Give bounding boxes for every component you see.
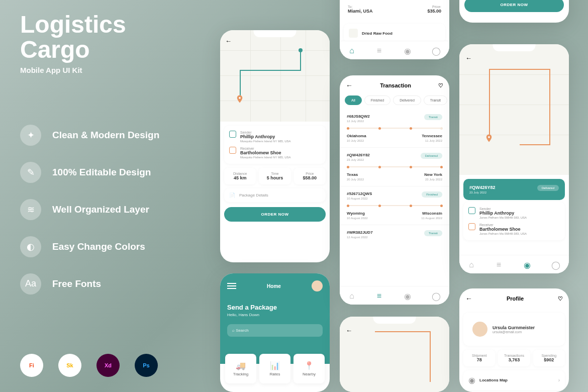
send-package-heading: Send a Package [227, 304, 323, 311]
search-input[interactable]: ⌕ Search [227, 324, 323, 337]
tx-item[interactable]: #68JS8QW212 July 2022Transit Oklahoma10 … [340, 109, 449, 148]
bell-icon[interactable]: ♡ [558, 296, 563, 302]
feature-item: ◐Easy Change Colors [20, 236, 201, 257]
tx-item[interactable]: #QW426Y8223 July 2022Delivered Texas20 J… [340, 148, 449, 186]
back-icon[interactable]: ← [465, 295, 472, 303]
tracking-status-card: #QW426Y8223 July 2022 Delivered [463, 179, 565, 200]
chip-finished[interactable]: Finished [364, 95, 390, 105]
order-now-button[interactable]: ORDER NOW [224, 207, 326, 222]
font-icon: Aa [20, 273, 41, 295]
screen-home: Home Send a Package Hello, Hans Down ⌕ S… [220, 273, 330, 392]
food-icon [349, 29, 358, 38]
hero-panel: Logistics Cargo Mobile App UI Kit ✦Clean… [20, 12, 201, 311]
filter-chips: All Finished Delivered Transit [340, 95, 449, 105]
avatar[interactable] [472, 322, 487, 337]
chip-transit[interactable]: Transit [424, 95, 447, 105]
profile-title: Profile [507, 296, 524, 302]
nav-pin-icon[interactable]: ◉ [404, 291, 412, 300]
layers-icon: ≋ [20, 199, 41, 220]
screen-map-partial: ← [340, 317, 449, 392]
nav-home-icon[interactable]: ⌂ [469, 260, 477, 268]
nav-user-icon[interactable]: ◯ [432, 291, 440, 300]
parties-card: SenderPhillip AnthropyMosquito Fishers I… [224, 126, 326, 164]
bottom-nav: ⌂ ≡ ◉ ◯ [459, 255, 569, 273]
chip-delivered[interactable]: Delivered [393, 95, 421, 105]
status-badge: Delivered [421, 153, 442, 159]
route-parties-card: SenderPhillip AnthropyJones Pelham Ma 09… [463, 202, 565, 240]
svg-point-0 [299, 48, 303, 52]
profile-name: Ursula Gurnmeister [493, 325, 535, 330]
origin-pin-icon [235, 94, 244, 104]
svg-point-2 [488, 136, 490, 138]
profile-card: Ursula Gurnmeisterursula@email.com [463, 313, 565, 346]
tx-item[interactable]: #WR382JUD712 August 2022Transit [340, 225, 449, 244]
svg-point-1 [239, 97, 241, 99]
document-icon: 📄 [229, 192, 235, 198]
home-header: Home Send a Package Hello, Hans Down ⌕ S… [220, 273, 330, 364]
package-details-row[interactable]: 📄 Package Details [224, 188, 326, 202]
nearby-tile[interactable]: 📍Nearby [293, 354, 325, 383]
screen-order-detail: ← SenderPhillip AnthropyMosquito Fishers… [220, 30, 330, 262]
receiver-icon [229, 147, 236, 154]
bell-icon[interactable]: ♡ [438, 82, 443, 89]
nav-user-icon[interactable]: ◯ [432, 46, 440, 54]
chip-all[interactable]: All [345, 95, 362, 105]
nav-home-icon[interactable]: ⌂ [349, 291, 357, 300]
nav-pin-icon[interactable]: ◉ [524, 260, 532, 268]
photoshop-icon: Ps [135, 354, 158, 377]
screen-profile: ← Profile ♡ Ursula Gurnmeisterursula@ema… [459, 288, 569, 392]
locations-map-row[interactable]: ◉Locations Map › [463, 370, 565, 390]
profile-email: ursula@email.com [493, 330, 535, 334]
map-icon: ◉ [468, 375, 475, 385]
status-badge: Transit [424, 230, 442, 236]
item-row[interactable]: Dried Raw Food [344, 24, 445, 43]
sender-row: SenderPhillip AnthropyMosquito Fishers I… [229, 131, 321, 143]
route-path [459, 44, 569, 175]
nav-list-icon[interactable]: ≡ [377, 291, 385, 300]
screen-tracking-detail: ← #QW426Y8223 July 2022 Delivered Sender… [459, 44, 569, 273]
sender-icon [468, 207, 475, 214]
back-icon[interactable]: ← [346, 81, 353, 89]
rates-tile[interactable]: 📊Rates [259, 354, 290, 383]
bottom-nav: ⌂ ≡ ◉ ◯ [340, 286, 449, 305]
menu-icon[interactable] [227, 283, 236, 289]
subtitle: Mobile App UI Kit [20, 66, 201, 74]
title-line2: Cargo [20, 37, 201, 62]
rates-icon: 📊 [270, 361, 280, 369]
nav-list-icon[interactable]: ≡ [377, 46, 385, 54]
nav-home-icon[interactable]: ⌂ [349, 46, 357, 54]
nav-list-icon[interactable]: ≡ [497, 260, 505, 268]
tx-item[interactable]: #526712QWS10 August 2022Finished Wyoming… [340, 186, 449, 225]
status-badge: Delivered [537, 185, 559, 191]
feature-list: ✦Clean & Modern Design ✎100% Editable De… [20, 125, 201, 295]
pin-icon: 📍 [304, 361, 314, 369]
status-badge: Finished [422, 191, 442, 198]
wand-icon: ✦ [20, 125, 41, 146]
feature-item: ✦Clean & Modern Design [20, 125, 201, 146]
xd-icon: Xd [96, 354, 120, 377]
tx-title: Transaction [380, 82, 411, 88]
screen-cta-partial: ORDER NOW [459, 0, 569, 23]
nav-pin-icon[interactable]: ◉ [404, 46, 412, 54]
nav-user-icon[interactable]: ◯ [551, 260, 559, 268]
tool-badges: Fi Sk Xd Ps [20, 354, 158, 377]
status-badge: Transit [424, 114, 442, 120]
route-map[interactable]: ← [220, 30, 330, 122]
greeting: Hello, Hans Down [227, 313, 323, 317]
sender-row: SenderPhillip AnthropyJones Pelham Ma 09… [468, 207, 560, 219]
origin-pin-icon [484, 134, 494, 143]
feature-item: ✎100% Editable Design [20, 162, 201, 183]
chevron-right-icon: › [558, 377, 560, 383]
avatar[interactable] [312, 280, 323, 291]
tx-list: #68JS8QW212 July 2022Transit Oklahoma10 … [340, 109, 449, 244]
truck-icon: 🚚 [236, 361, 246, 369]
order-now-button[interactable]: ORDER NOW [464, 0, 564, 12]
screen-summary-partial: To:Price: Miami, USA$35.00 Dried Raw Foo… [340, 0, 449, 59]
tracking-map[interactable]: ← [459, 44, 569, 175]
map-view[interactable]: ← [340, 317, 449, 392]
sender-icon [229, 131, 236, 138]
route-path [220, 30, 330, 122]
tracking-tile[interactable]: 🚚Tracking [225, 354, 256, 383]
pen-icon: ✎ [20, 162, 41, 183]
palette-icon: ◐ [20, 236, 41, 257]
